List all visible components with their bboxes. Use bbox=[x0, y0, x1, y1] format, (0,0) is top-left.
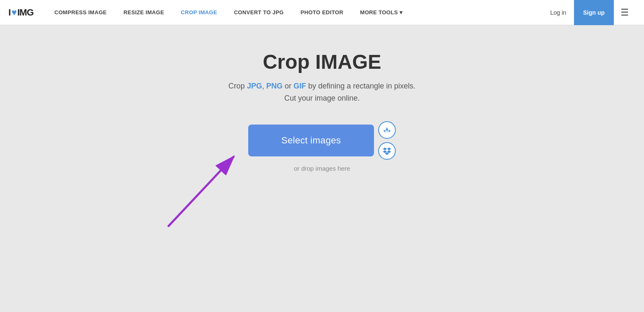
page-subtitle: Crop JPG, PNG or GIF by defining a recta… bbox=[229, 80, 415, 104]
subtitle-gif: GIF bbox=[293, 82, 306, 90]
google-drive-button[interactable] bbox=[378, 121, 396, 139]
arrow-annotation bbox=[156, 146, 248, 230]
svg-line-1 bbox=[169, 157, 234, 226]
nav-right: Log in Sign up ☰ bbox=[543, 0, 636, 25]
subtitle-text4: by defining a rectangle in pixels. bbox=[306, 82, 415, 90]
upload-row: Select images bbox=[248, 121, 396, 160]
nav-compress-image[interactable]: COMPRESS IMAGE bbox=[46, 0, 115, 25]
nav-links: COMPRESS IMAGE RESIZE IMAGE CROP IMAGE C… bbox=[46, 0, 543, 25]
upload-area: Select images bbox=[248, 121, 396, 172]
dropbox-icon bbox=[383, 147, 391, 155]
login-button[interactable]: Log in bbox=[543, 0, 574, 25]
navbar: I♥IMG COMPRESS IMAGE RESIZE IMAGE CROP I… bbox=[0, 0, 644, 25]
drop-text: or drop images here bbox=[294, 165, 350, 172]
dropbox-button[interactable] bbox=[378, 142, 396, 160]
subtitle-png: PNG bbox=[266, 82, 283, 90]
subtitle-line2: Cut your image online. bbox=[284, 94, 360, 102]
signup-button[interactable]: Sign up bbox=[574, 0, 614, 25]
hamburger-menu-button[interactable]: ☰ bbox=[614, 0, 636, 25]
logo[interactable]: I♥IMG bbox=[8, 7, 34, 18]
page-title: Crop IMAGE bbox=[263, 50, 382, 73]
upload-icons bbox=[378, 121, 396, 160]
subtitle-jpg: JPG bbox=[247, 82, 262, 90]
logo-heart: ♥ bbox=[11, 7, 16, 18]
select-images-button[interactable]: Select images bbox=[248, 125, 374, 156]
nav-crop-image[interactable]: CROP IMAGE bbox=[172, 0, 226, 25]
google-drive-icon bbox=[383, 126, 391, 134]
logo-text: I♥IMG bbox=[8, 7, 34, 18]
nav-resize-image[interactable]: RESIZE IMAGE bbox=[115, 0, 173, 25]
hamburger-icon: ☰ bbox=[621, 7, 629, 18]
main-content: Crop IMAGE Crop JPG, PNG or GIF by defin… bbox=[0, 25, 644, 172]
subtitle-text1: Crop bbox=[229, 82, 247, 90]
nav-more-tools[interactable]: MORE TOOLS ▾ bbox=[352, 0, 411, 25]
subtitle-text3: or bbox=[283, 82, 293, 90]
subtitle-text2: , bbox=[262, 82, 266, 90]
nav-photo-editor[interactable]: PHOTO EDITOR bbox=[292, 0, 352, 25]
nav-convert-to-jpg[interactable]: CONVERT TO JPG bbox=[226, 0, 292, 25]
